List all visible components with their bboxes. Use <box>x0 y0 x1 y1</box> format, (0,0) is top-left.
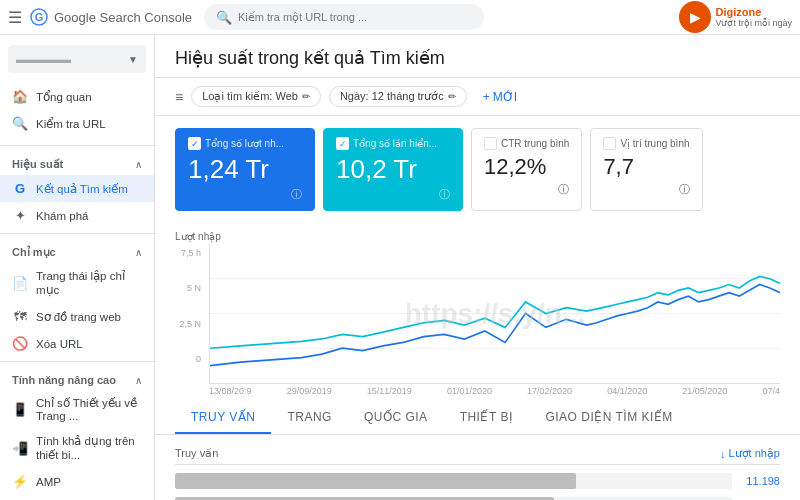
x-label-5: 17/02/2020 <box>527 386 572 396</box>
x-label-1: 13/08/20:9 <box>209 386 252 396</box>
sort-label: Lượt nhập <box>728 447 780 460</box>
sidebar-item-amp[interactable]: ⚡ AMP <box>0 468 154 495</box>
stat-card-impressions[interactable]: Tổng số lần hiển... 10,2 Tr ⓘ <box>323 128 463 211</box>
tab-truy-van[interactable]: TRUY VẤN <box>175 402 271 434</box>
stats-row: Tổng số lượt nh... 1,24 Tr ⓘ Tổng số lần… <box>155 116 800 223</box>
table-row: 11.198 <box>175 469 780 493</box>
info-icon-impressions[interactable]: ⓘ <box>439 187 450 202</box>
stat-card-ctr[interactable]: CTR trung bình 12,2% ⓘ <box>471 128 582 211</box>
sidebar-item-overview[interactable]: 🏠 Tổng quan <box>0 83 154 110</box>
menu-icon[interactable]: ☰ <box>8 8 22 27</box>
plus-icon: + <box>483 90 490 104</box>
tab-trang[interactable]: TRANG <box>271 402 348 434</box>
edit-icon-2: ✏ <box>448 91 456 102</box>
sidebar-item-tinh-kha[interactable]: 📲 Tính khả dụng trên thiết bi... <box>0 428 154 468</box>
svg-text:G: G <box>35 11 44 23</box>
tab-giao-dien[interactable]: GIAO DIỆN TÌM KIẾM <box>529 402 688 434</box>
filter-chip-label-2: Ngày: 12 tháng trước <box>340 90 444 103</box>
chart-container: https://s.y/n... <box>209 244 780 384</box>
chart-area: Lượt nhập 7,5 h 5 N 2,5 N 0 https://s.y/… <box>155 223 800 398</box>
mobile-icon: 📱 <box>12 402 28 417</box>
search-box[interactable]: 🔍 <box>204 4 484 30</box>
sidebar-section-main: 🏠 Tổng quan 🔍 Kiểm tra URL <box>0 79 154 141</box>
tab-thiet-bi[interactable]: THIẾT BỊ <box>444 402 530 434</box>
filter-chip-date[interactable]: Ngày: 12 tháng trước ✏ <box>329 86 467 107</box>
sidebar-item-so-do[interactable]: 🗺 Sơ đồ trang web <box>0 303 154 330</box>
x-label-3: 15/11/2019 <box>367 386 412 396</box>
digizone-badge: ▶ Digizone Vượt trội mỗi ngày <box>679 1 792 33</box>
sidebar-item-duong-dan[interactable]: ↗ Đường dẫn <box>0 495 154 500</box>
page-icon: 📄 <box>12 276 28 291</box>
info-icon-position[interactable]: ⓘ <box>679 182 690 197</box>
chevron-icon: ∧ <box>135 159 142 170</box>
logo: G Google Search Console <box>30 8 192 26</box>
device-icon: 📲 <box>12 441 28 456</box>
filters-row: ≡ Loại tìm kiếm: Web ✏ Ngày: 12 tháng tr… <box>155 78 800 116</box>
divider-3 <box>0 361 154 362</box>
play-icon: ▶ <box>690 9 701 25</box>
map-icon: 🗺 <box>12 309 28 324</box>
chart-svg <box>210 244 780 383</box>
stat-value-ctr: 12,2% <box>484 154 569 180</box>
info-icon-clicks[interactable]: ⓘ <box>291 187 302 202</box>
sidebar-section-nang-cao[interactable]: Tính năng nâng cao ∧ <box>0 366 154 390</box>
checkbox-impressions <box>336 137 349 150</box>
stat-value-clicks: 1,24 Tr <box>188 154 302 185</box>
table-value-1: 11.198 <box>740 475 780 487</box>
main-layout: ▬▬▬▬▬ ▼ 🏠 Tổng quan 🔍 Kiểm tra URL Hiệu … <box>0 35 800 500</box>
sidebar-item-kham-pha[interactable]: ✦ Khám phá <box>0 202 154 229</box>
x-label-4: 01/01/2020 <box>447 386 492 396</box>
sidebar: ▬▬▬▬▬ ▼ 🏠 Tổng quan 🔍 Kiểm tra URL Hiệu … <box>0 35 155 500</box>
sidebar-section-chi-muc[interactable]: Chỉ mục ∧ <box>0 238 154 263</box>
y-mid: 5 N <box>187 283 201 293</box>
table-bar-bg-1 <box>175 473 732 489</box>
stat-card-clicks[interactable]: Tổng số lượt nh... 1,24 Tr ⓘ <box>175 128 315 211</box>
stat-value-position: 7,7 <box>603 154 689 180</box>
filter-chip-search-type[interactable]: Loại tìm kiếm: Web ✏ <box>191 86 321 107</box>
x-label-6: 04/1/2020 <box>607 386 647 396</box>
stat-value-impressions: 10,2 Tr <box>336 154 450 185</box>
tab-quoc-gia[interactable]: QUỐC GIA <box>348 402 444 434</box>
sidebar-item-trang-thai[interactable]: 📄 Trang thái lập chỉ mục <box>0 263 154 303</box>
x-label-2: 29/09/2019 <box>287 386 332 396</box>
table-col-query: Truy vấn <box>175 447 218 460</box>
y-low: 2,5 N <box>179 319 201 329</box>
header: ☰ G Google Search Console 🔍 ▶ Digizone V… <box>0 0 800 35</box>
star-icon: ✦ <box>12 208 28 223</box>
sidebar-item-chi-so[interactable]: 📱 Chỉ số Thiết yếu về Trang ... <box>0 390 154 428</box>
stat-card-position[interactable]: Vị trí trung bình 7,7 ⓘ <box>590 128 702 211</box>
chart-x-labels: 13/08/20:9 29/09/2019 15/11/2019 01/01/2… <box>209 384 780 398</box>
edit-icon-1: ✏ <box>302 91 310 102</box>
search-input[interactable] <box>238 11 472 23</box>
content: Hiệu suất trong kết quả Tìm kiếm ≡ Loại … <box>155 35 800 500</box>
sidebar-search[interactable]: ▬▬▬▬▬ ▼ <box>8 45 146 73</box>
y-zero: 0 <box>196 354 201 364</box>
filter-new-button[interactable]: + MỚI <box>475 87 525 107</box>
digizone-info: Digizone Vượt trội mỗi ngày <box>715 6 792 28</box>
checkbox-ctr <box>484 137 497 150</box>
page-title: Hiệu suất trong kết quả Tìm kiếm <box>155 35 800 78</box>
x-label-7: 21/05/2020 <box>682 386 727 396</box>
sidebar-item-ket-qua[interactable]: G Kết quả Tìm kiếm <box>0 175 154 202</box>
header-right: ▶ Digizone Vượt trội mỗi ngày <box>679 1 792 33</box>
new-label: MỚI <box>493 90 517 104</box>
sidebar-search-text: ▬▬▬▬▬ <box>16 53 128 65</box>
filter-icon[interactable]: ≡ <box>175 89 183 105</box>
logo-text: Google Search Console <box>54 10 192 25</box>
table-row: 10.164 <box>175 493 780 500</box>
table-header: Truy vấn ↓ Lượt nhập <box>175 443 780 465</box>
sidebar-item-check-url[interactable]: 🔍 Kiểm tra URL <box>0 110 154 137</box>
info-icon-ctr[interactable]: ⓘ <box>558 182 569 197</box>
chart-container-wrap: https://s.y/n... <box>209 244 780 398</box>
search-icon: 🔍 <box>12 116 28 131</box>
chevron-icon-2: ∧ <box>135 247 142 258</box>
google-icon: G <box>30 8 48 26</box>
sidebar-item-xoa-url[interactable]: 🚫 Xóa URL <box>0 330 154 357</box>
table-sort-clicks[interactable]: ↓ Lượt nhập <box>720 447 780 460</box>
sort-icon: ↓ <box>720 448 726 460</box>
search-icon: 🔍 <box>216 10 232 25</box>
g-icon: G <box>12 181 28 196</box>
tabs-row: TRUY VẤN TRANG QUỐC GIA THIẾT BỊ GIAO DI… <box>155 402 800 435</box>
sidebar-section-hieu-suat[interactable]: Hiệu suất ∧ <box>0 150 154 175</box>
digizone-name: Digizone <box>715 6 792 18</box>
